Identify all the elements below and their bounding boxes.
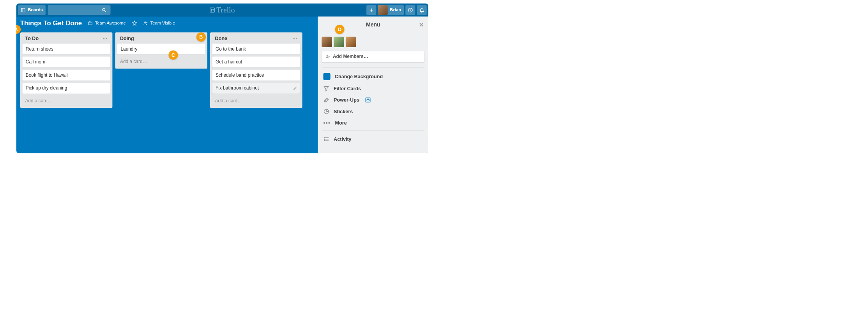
card[interactable]: Return shoes xyxy=(22,44,110,54)
list-title: Doing xyxy=(120,36,134,42)
separator xyxy=(322,130,424,131)
card[interactable]: Laundry xyxy=(117,44,205,54)
board-icon xyxy=(21,8,26,13)
list-header[interactable]: To Do ··· xyxy=(22,35,110,44)
avatar[interactable] xyxy=(322,37,332,47)
notifications-button[interactable] xyxy=(417,5,427,15)
search-icon xyxy=(102,8,107,13)
callout-c: C xyxy=(169,51,178,60)
add-card-button[interactable]: Add a card… xyxy=(212,96,300,105)
boards-button[interactable]: Boards xyxy=(18,5,46,15)
team-link[interactable]: Team Awesome xyxy=(88,21,126,26)
card[interactable]: Fix bathroom cabinet xyxy=(212,83,300,94)
member-avatars xyxy=(322,37,424,47)
add-members-button[interactable]: Add Members… xyxy=(322,51,424,62)
svg-point-12 xyxy=(146,22,147,23)
add-card-button[interactable]: Add a card… xyxy=(22,96,110,105)
svg-rect-18 xyxy=(367,100,369,101)
svg-marker-10 xyxy=(132,21,137,26)
callout-b: B xyxy=(196,32,206,42)
user-name: Brian xyxy=(390,8,401,13)
logo-icon xyxy=(210,8,215,13)
card[interactable]: Book flight to Hawaii xyxy=(22,70,110,81)
team-label: Team Awesome xyxy=(95,21,126,26)
svg-point-11 xyxy=(145,22,146,23)
info-button[interactable] xyxy=(405,5,415,15)
menu-item-label: Change Background xyxy=(335,74,383,79)
visibility-label: Team Visible xyxy=(150,21,175,26)
board-menu: Menu ✕ Add Members… Change Background xyxy=(318,17,429,153)
menu-stickers[interactable]: Stickers xyxy=(322,106,424,117)
separator xyxy=(322,67,424,68)
svg-rect-9 xyxy=(88,22,92,25)
add-card-button[interactable]: Add a card… xyxy=(117,57,205,67)
info-icon xyxy=(408,7,413,13)
menu-change-background[interactable]: Change Background xyxy=(322,70,424,83)
svg-marker-16 xyxy=(324,86,329,91)
close-icon[interactable]: ✕ xyxy=(419,21,424,28)
list-menu-icon[interactable]: ··· xyxy=(103,36,108,42)
avatar[interactable] xyxy=(346,37,356,47)
pencil-icon[interactable] xyxy=(293,86,297,90)
menu-activity[interactable]: Activity xyxy=(322,133,424,145)
list-todo: To Do ··· Return shoes Call mom Book fli… xyxy=(20,32,113,108)
bell-icon xyxy=(419,7,424,13)
menu-item-label: Power-Ups xyxy=(334,97,359,103)
user-menu[interactable]: Brian xyxy=(378,5,404,15)
menu-title: Menu xyxy=(366,21,380,28)
list-done: Done ··· Go to the bank Get a haircut Sc… xyxy=(210,32,302,108)
add-members-label: Add Members… xyxy=(333,54,368,60)
svg-rect-0 xyxy=(21,8,25,12)
dots-icon: ••• xyxy=(324,120,331,126)
svg-point-2 xyxy=(103,9,105,11)
color-swatch-icon xyxy=(324,73,331,80)
trello-board: A B C D Boards Trello xyxy=(16,4,428,153)
menu-filter-cards[interactable]: Filter Cards xyxy=(322,83,424,94)
callout-d: D xyxy=(335,25,345,34)
avatar[interactable] xyxy=(334,37,344,47)
menu-item-label: Filter Cards xyxy=(334,86,361,91)
logo-text: Trello xyxy=(216,6,235,14)
list-menu-icon[interactable]: ··· xyxy=(292,36,297,42)
rocket-icon xyxy=(324,97,329,103)
menu-body: Add Members… Change Background Filter Ca… xyxy=(318,33,429,149)
menu-more[interactable]: ••• More xyxy=(322,117,424,129)
filter-icon xyxy=(324,86,329,91)
add-person-icon xyxy=(325,54,330,59)
header-right: Brian xyxy=(366,5,427,15)
card-title: Fix bathroom cabinet xyxy=(216,86,259,91)
plus-icon xyxy=(369,8,374,13)
menu-item-label: More xyxy=(335,120,347,126)
board-title[interactable]: Things To Get Done xyxy=(20,19,82,27)
list-icon xyxy=(324,136,329,142)
menu-power-ups[interactable]: Power-Ups xyxy=(322,94,424,105)
app-header: Boards Trello Brian xyxy=(16,4,428,17)
menu-item-label: Activity xyxy=(334,136,352,142)
star-icon xyxy=(132,21,137,26)
avatar xyxy=(378,5,388,15)
svg-point-13 xyxy=(327,55,328,56)
card[interactable]: Get a haircut xyxy=(212,57,300,68)
list-header[interactable]: Doing ··· xyxy=(117,35,205,44)
menu-header: Menu ✕ xyxy=(318,17,429,33)
visibility-button[interactable]: Team Visible xyxy=(143,21,175,26)
svg-point-23 xyxy=(324,139,324,139)
sticker-icon xyxy=(324,109,329,114)
search-input[interactable] xyxy=(48,5,111,15)
list-doing: Doing ··· Laundry Add a card… xyxy=(115,32,207,68)
people-icon xyxy=(143,21,148,26)
card[interactable]: Go to the bank xyxy=(212,44,300,54)
boards-label: Boards xyxy=(28,8,43,13)
card[interactable]: Schedule band practice xyxy=(212,70,300,81)
list-header[interactable]: Done ··· xyxy=(212,35,300,44)
briefcase-icon xyxy=(88,21,93,26)
list-title: Done xyxy=(215,36,228,42)
card[interactable]: Call mom xyxy=(22,57,110,68)
star-button[interactable] xyxy=(132,21,137,26)
list-title: To Do xyxy=(25,36,39,42)
card[interactable]: Pick up dry cleaning xyxy=(22,83,110,94)
menu-item-label: Stickers xyxy=(334,109,353,114)
svg-point-17 xyxy=(327,99,327,100)
create-button[interactable] xyxy=(366,5,376,15)
svg-point-22 xyxy=(324,137,324,138)
